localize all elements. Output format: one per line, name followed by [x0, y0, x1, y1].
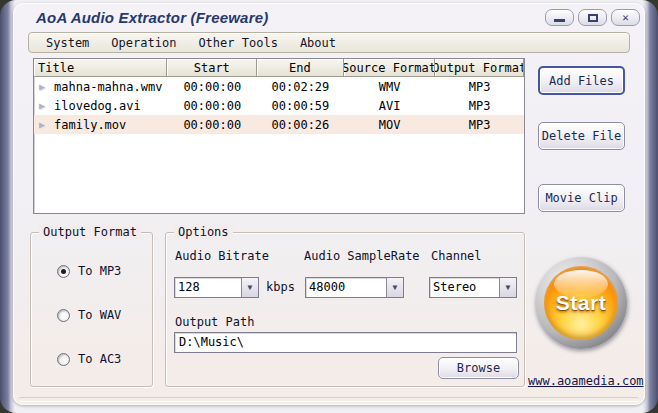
menu-item-about[interactable]: About [300, 36, 336, 50]
browse-button[interactable]: Browse [438, 357, 519, 379]
cell-output-format: MP3 [435, 99, 524, 113]
minimize-icon [554, 19, 565, 22]
table-row-selected[interactable]: ▶ family.mov 00:00:00 00:00:26 MOV MP3 [34, 115, 524, 134]
cell-end: 00:02:29 [257, 80, 344, 94]
file-list-header: Title Start End Source Format Output For… [34, 59, 524, 77]
cell-source-format: MOV [344, 118, 436, 132]
output-path-label: Output Path [175, 315, 254, 329]
menu-item-operation[interactable]: Operation [111, 36, 176, 50]
start-button-ring: Start [535, 257, 627, 349]
radio-button-icon [57, 265, 70, 278]
file-name: family.mov [54, 118, 126, 132]
minimize-button[interactable] [545, 9, 574, 26]
audio-bitrate-select[interactable]: 128 ▼ [174, 277, 259, 298]
output-format-group: Output Format To MP3 To WAV To AC3 [30, 232, 153, 387]
audio-bitrate-value: 128 [175, 278, 241, 297]
radio-to-mp3[interactable]: To MP3 [57, 263, 121, 279]
radio-label: To AC3 [78, 352, 121, 366]
radio-button-icon [57, 353, 70, 366]
column-header-source-format[interactable]: Source Format [344, 59, 436, 77]
chevron-down-icon[interactable]: ▼ [386, 278, 403, 297]
radio-label: To MP3 [78, 264, 121, 278]
start-button-label: Start [556, 291, 606, 315]
website-link[interactable]: www.aoamedia.com [528, 374, 644, 388]
play-icon: ▶ [39, 82, 45, 92]
add-files-button[interactable]: Add Files [538, 66, 625, 95]
radio-button-icon [57, 309, 70, 322]
chevron-down-icon[interactable]: ▼ [241, 278, 258, 297]
audio-samplerate-select[interactable]: 48000 ▼ [305, 277, 404, 298]
table-row[interactable]: ▶ mahna-mahna.wmv 00:00:00 00:02:29 WMV … [34, 77, 524, 96]
window-skin-frame: AoA Audio Extractor (Freeware) ✕ System … [0, 0, 658, 413]
chevron-down-icon[interactable]: ▼ [499, 278, 516, 297]
channel-value: Stereo [430, 278, 499, 297]
movie-clip-button[interactable]: Movie Clip [538, 184, 625, 212]
radio-label: To WAV [78, 308, 121, 322]
cell-end: 00:00:26 [257, 118, 344, 132]
menu-bar: System Operation Other Tools About [28, 32, 630, 53]
play-icon: ▶ [39, 101, 45, 111]
cell-output-format: MP3 [435, 80, 524, 94]
cell-title: ▶ mahna-mahna.wmv [34, 80, 167, 94]
cell-start: 00:00:00 [167, 99, 257, 113]
delete-file-button[interactable]: Delete File [538, 122, 625, 150]
close-icon: ✕ [622, 12, 629, 23]
options-group-label: Options [174, 225, 233, 239]
cell-source-format: WMV [344, 80, 436, 94]
table-row[interactable]: ▶ ilovedog.avi 00:00:00 00:00:59 AVI MP3 [34, 96, 524, 115]
channel-select[interactable]: Stereo ▼ [429, 277, 517, 298]
radio-to-wav[interactable]: To WAV [57, 307, 121, 323]
audio-samplerate-value: 48000 [306, 278, 386, 297]
play-icon: ▶ [39, 120, 45, 130]
cell-title: ▶ ilovedog.avi [34, 99, 167, 113]
options-group: Options Audio Bitrate Audio SampleRate C… [165, 232, 525, 387]
cell-title: ▶ family.mov [34, 118, 167, 132]
start-button[interactable]: Start [535, 257, 627, 349]
cell-end: 00:00:59 [257, 99, 344, 113]
file-name: mahna-mahna.wmv [54, 80, 162, 94]
window-title: AoA Audio Extractor (Freeware) [36, 9, 268, 26]
cell-source-format: AVI [344, 99, 436, 113]
cell-start: 00:00:00 [167, 118, 257, 132]
column-header-start[interactable]: Start [167, 59, 257, 77]
start-button-face: Start [544, 266, 618, 340]
audio-bitrate-label: Audio Bitrate [175, 249, 269, 263]
column-header-end[interactable]: End [257, 59, 344, 77]
cell-start: 00:00:00 [167, 80, 257, 94]
app-window: AoA Audio Extractor (Freeware) ✕ System … [13, 3, 645, 405]
channel-label: Channel [431, 249, 482, 263]
column-header-title[interactable]: Title [34, 59, 167, 77]
file-name: ilovedog.avi [54, 99, 141, 113]
menu-item-system[interactable]: System [46, 36, 89, 50]
audio-samplerate-label: Audio SampleRate [304, 249, 420, 263]
file-list: Title Start End Source Format Output For… [33, 58, 525, 214]
menu-item-other-tools[interactable]: Other Tools [198, 36, 277, 50]
column-header-output-format[interactable]: Output Format [435, 59, 524, 77]
cell-output-format: MP3 [435, 118, 524, 132]
kbps-unit-label: kbps [266, 280, 295, 294]
output-path-input[interactable]: D:\Music\ [174, 332, 517, 353]
output-format-group-label: Output Format [39, 225, 141, 239]
maximize-button[interactable] [578, 9, 607, 26]
radio-to-ac3[interactable]: To AC3 [57, 351, 121, 367]
close-button[interactable]: ✕ [611, 9, 640, 26]
maximize-icon [588, 14, 598, 22]
